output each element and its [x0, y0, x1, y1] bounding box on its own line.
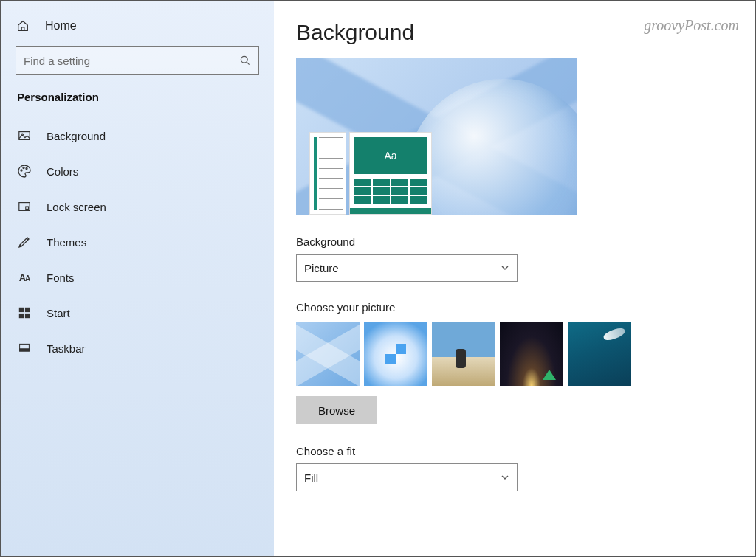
svg-rect-7	[26, 207, 29, 210]
sidebar-item-label: Colors	[47, 165, 78, 178]
svg-rect-8	[19, 308, 24, 312]
picture-thumb-2[interactable]	[364, 322, 427, 386]
sidebar-item-lock-screen[interactable]: Lock screen	[1, 189, 274, 224]
lockscreen-icon	[17, 199, 32, 214]
search-icon	[239, 55, 251, 66]
svg-rect-11	[25, 314, 30, 318]
main-content: groovyPost.com Background Aa Background …	[274, 1, 755, 556]
picture-thumb-5[interactable]	[568, 322, 631, 386]
sample-text: Aa	[354, 137, 427, 174]
sidebar-item-start[interactable]: Start	[1, 295, 274, 331]
sidebar-nav: Background Colors Lock screen Themes AA …	[1, 118, 274, 366]
preview-panel-left	[309, 132, 346, 215]
picture-thumb-3[interactable]	[432, 322, 495, 386]
svg-rect-10	[19, 314, 24, 318]
picture-thumbnails	[296, 322, 733, 386]
chevron-down-icon	[501, 263, 509, 272]
svg-point-4	[23, 167, 24, 169]
sidebar-item-themes[interactable]: Themes	[1, 224, 274, 260]
sidebar-item-label: Start	[47, 307, 70, 319]
background-preview: Aa	[296, 58, 577, 215]
sidebar-item-label: Background	[47, 130, 106, 142]
sidebar-item-background[interactable]: Background	[1, 118, 274, 153]
category-heading: Personalization	[1, 91, 274, 118]
search-input-wrapper[interactable]	[16, 46, 259, 75]
svg-rect-9	[25, 308, 30, 312]
background-select-value: Picture	[304, 262, 339, 274]
svg-rect-1	[19, 132, 30, 140]
choose-picture-label: Choose your picture	[296, 301, 733, 314]
fit-field-label: Choose a fit	[296, 445, 733, 457]
chevron-down-icon	[501, 473, 509, 482]
svg-point-3	[21, 170, 22, 171]
themes-icon	[17, 235, 32, 249]
picture-icon	[17, 128, 32, 143]
fonts-icon: AA	[17, 270, 32, 285]
sidebar-item-taskbar[interactable]: Taskbar	[1, 331, 274, 366]
home-link[interactable]: Home	[1, 18, 274, 46]
sidebar-item-colors[interactable]: Colors	[1, 153, 274, 189]
home-icon	[16, 18, 30, 33]
background-select[interactable]: Picture	[296, 254, 518, 282]
start-icon	[17, 305, 32, 320]
sidebar-item-label: Lock screen	[47, 201, 106, 213]
svg-point-2	[21, 134, 23, 135]
palette-icon	[17, 164, 32, 179]
home-label: Home	[45, 19, 77, 32]
background-field-label: Background	[296, 235, 733, 248]
search-input[interactable]	[24, 55, 239, 67]
browse-button[interactable]: Browse	[296, 396, 377, 424]
taskbar-icon	[17, 341, 32, 356]
watermark: groovyPost.com	[644, 17, 739, 34]
sidebar-item-label: Fonts	[47, 271, 75, 284]
picture-thumb-4[interactable]	[500, 322, 563, 386]
fit-select-value: Fill	[304, 471, 318, 484]
sidebar-item-label: Themes	[47, 236, 86, 249]
picture-thumb-1[interactable]	[296, 322, 360, 386]
svg-rect-13	[20, 349, 30, 351]
svg-point-5	[26, 168, 27, 170]
preview-panel-right: Aa	[349, 132, 432, 215]
fit-select[interactable]: Fill	[296, 463, 518, 491]
svg-point-0	[241, 56, 247, 63]
sidebar-item-label: Taskbar	[47, 342, 86, 355]
sidebar-item-fonts[interactable]: AA Fonts	[1, 260, 274, 295]
settings-sidebar: Home Personalization Background Colors L…	[1, 1, 274, 556]
